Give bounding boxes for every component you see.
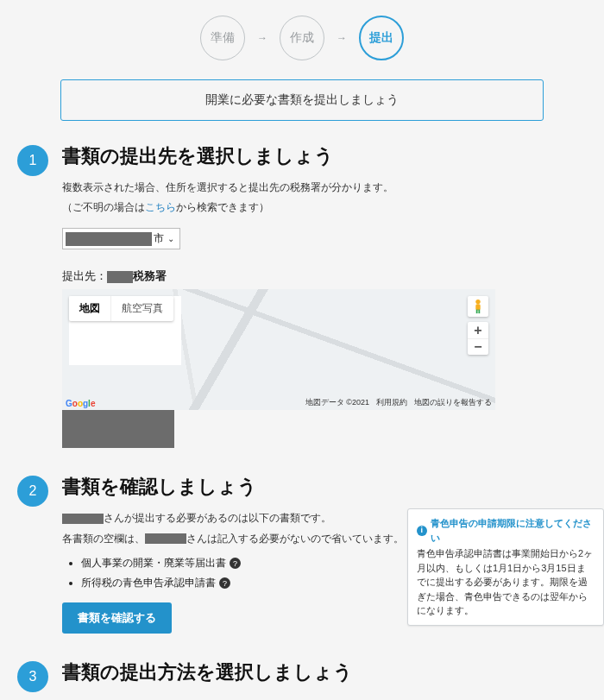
- address-select[interactable]: 市 ⌄: [62, 228, 180, 249]
- instruction-banner: 開業に必要な書類を提出しましょう: [60, 79, 544, 121]
- map-report-link[interactable]: 地図の誤りを報告する: [414, 397, 492, 408]
- text: から検索できます）: [176, 201, 269, 213]
- help-icon[interactable]: ?: [219, 577, 230, 589]
- callout-body: 青色申告承認申請書は事業開始日から2ヶ月以内、もしくは1月1日から3月15日まで…: [417, 546, 595, 618]
- map-footer: 地図データ ©2021 利用規約 地図の誤りを報告する: [305, 397, 492, 408]
- map-tab-satellite[interactable]: 航空写真: [111, 296, 173, 321]
- blue-return-callout: i 青色申告の申請期限に注意してください 青色申告承認申請書は事業開始日から2ヶ…: [407, 508, 604, 626]
- masked-name: [62, 514, 104, 524]
- step-create: 作成: [280, 16, 324, 60]
- dest-suffix: 税務署: [133, 269, 167, 282]
- masked-address: [66, 232, 152, 246]
- svg-rect-1: [475, 305, 480, 311]
- step-submit: 提出: [359, 16, 404, 60]
- stepper: 準備 → 作成 → 提出: [17, 0, 587, 79]
- text: さんが提出する必要があるのは以下の書類です。: [104, 512, 331, 524]
- step-label: 準備: [211, 30, 235, 46]
- svg-rect-3: [478, 310, 480, 314]
- doc-label: 所得税の青色申告承認申請書: [81, 577, 216, 589]
- destination-line: 提出先：税務署: [62, 268, 587, 284]
- section2-title: 書類を確認しましょう: [62, 474, 587, 500]
- section1-title: 書類の提出先を選択しましょう: [62, 143, 587, 169]
- callout-title-text: 青色申告の申請期限に注意してください: [431, 516, 595, 545]
- section-number-2: 2: [17, 476, 48, 507]
- zoom-in-button[interactable]: +: [468, 322, 488, 338]
- svg-rect-2: [476, 310, 478, 314]
- text: さんは記入する必要がないので省いています。: [186, 533, 404, 545]
- map-type-tabs: 地図 航空写真: [69, 296, 173, 321]
- step-prepare: 準備: [200, 16, 245, 60]
- banner-text: 開業に必要な書類を提出しましょう: [205, 92, 399, 106]
- step-label: 作成: [290, 30, 314, 46]
- info-icon: i: [417, 526, 427, 536]
- section-number-3: 3: [17, 661, 48, 692]
- step-label: 提出: [369, 30, 393, 46]
- zoom-out-button[interactable]: −: [468, 338, 488, 356]
- zoom-controls: + −: [468, 322, 488, 355]
- masked-name: [145, 533, 186, 544]
- section1-desc1: 複数表示された場合、住所を選択すると提出先の税務署が分かります。: [62, 180, 587, 196]
- google-logo: Google: [66, 399, 95, 408]
- map-terms-link[interactable]: 利用規約: [376, 397, 407, 408]
- help-icon[interactable]: ?: [230, 558, 241, 569]
- dest-label: 提出先：: [62, 269, 107, 282]
- section1-desc2: （ご不明の場合はこちらから検索できます）: [62, 199, 587, 216]
- pegman-button[interactable]: [468, 296, 488, 317]
- map-tab-map[interactable]: 地図: [69, 296, 111, 321]
- doc-label: 個人事業の開業・廃業等届出書: [81, 557, 226, 569]
- section3-title: 書類の提出方法を選択しましょう: [62, 659, 587, 685]
- chevron-right-icon: →: [257, 32, 267, 44]
- masked-office-name: [107, 271, 133, 283]
- search-link[interactable]: こちら: [145, 201, 176, 213]
- text: （ご不明の場合は: [62, 201, 145, 213]
- callout-title: i 青色申告の申請期限に注意してください: [417, 516, 595, 545]
- chevron-down-icon: ⌄: [167, 234, 174, 243]
- pegman-icon: [472, 299, 484, 314]
- map[interactable]: 地図 航空写真 + − Google 地図データ ©2021 利用規約: [62, 289, 495, 410]
- map-attribution: 地図データ ©2021: [305, 397, 369, 408]
- text: 各書類の空欄は、: [62, 533, 145, 545]
- masked-block: [62, 410, 174, 448]
- confirm-documents-button[interactable]: 書類を確認する: [62, 602, 172, 634]
- svg-point-0: [475, 300, 480, 304]
- section-number-1: 1: [17, 145, 48, 176]
- select-suffix: 市: [154, 231, 164, 246]
- chevron-right-icon: →: [337, 32, 347, 44]
